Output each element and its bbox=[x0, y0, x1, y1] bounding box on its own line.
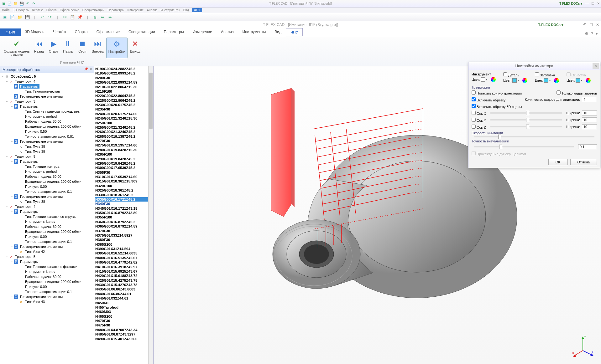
gcode-line[interactable]: N425G01X15.4275Z43.78 bbox=[95, 278, 152, 283]
gcode-line[interactable]: N475F30 bbox=[95, 323, 152, 327]
gcode-line[interactable]: N255G00X21.3246Z45.2 bbox=[95, 125, 152, 130]
gcode-line[interactable]: N420G01X15.6188Z43.72 bbox=[95, 274, 152, 278]
qat2-icon[interactable]: ⬅ bbox=[100, 14, 105, 20]
gcode-line[interactable]: N335G00X16.1721Z45.2 bbox=[95, 197, 152, 202]
tree-node[interactable]: −GГеометрические элементы bbox=[0, 244, 94, 249]
gcode-line[interactable]: N455Tprohod bbox=[95, 305, 152, 310]
gcode-line[interactable]: N390G01X31Z14.594 bbox=[95, 247, 152, 251]
gcode-line[interactable]: N460M03 bbox=[95, 310, 152, 314]
ribbon-tab[interactable]: Спецификации bbox=[124, 28, 159, 36]
gcode-line[interactable]: N285F100 bbox=[95, 152, 152, 156]
gcode-line[interactable]: N235F30 bbox=[95, 107, 152, 111]
tree-node[interactable]: Инструмент: kanav bbox=[0, 269, 94, 274]
tree-node[interactable]: Тип: Точение контура bbox=[0, 164, 94, 169]
minitab[interactable]: 3D Модель bbox=[13, 8, 29, 12]
ribbon-tab[interactable]: Сборка bbox=[71, 28, 92, 36]
gcode-line[interactable]: N385S200 bbox=[95, 242, 152, 247]
gcode-line[interactable]: N395G01X16.52Z14.6035 bbox=[95, 251, 152, 255]
gcode-line[interactable]: N300G00X17.6539Z45.2 bbox=[95, 166, 152, 170]
maximize-icon[interactable]: ☐ bbox=[591, 2, 594, 6]
gcode-line[interactable]: N345G01X16.1721Z43.18 bbox=[95, 206, 152, 211]
color-swatch-blank[interactable] bbox=[544, 78, 548, 83]
qat2-icon[interactable]: ✂ bbox=[62, 14, 68, 20]
qat2-icon[interactable]: 📋 bbox=[70, 14, 75, 20]
qat2-icon[interactable]: 📌 bbox=[77, 14, 83, 20]
tree-node[interactable]: PПараметры bbox=[0, 84, 94, 89]
ribbon-tab[interactable]: ЧПУ bbox=[286, 28, 303, 36]
ribbon-button[interactable]: ⏹Стоп bbox=[76, 38, 89, 58]
axis-y-slider[interactable] bbox=[490, 119, 562, 120]
qat2-icon[interactable]: 💾 bbox=[24, 14, 30, 20]
path-off-checkbox[interactable]: Погасить контур траектории bbox=[472, 90, 522, 95]
gcode-line[interactable]: N465S200 bbox=[95, 314, 152, 319]
tree-node[interactable]: Точность аппроксимации: 0.1 bbox=[0, 189, 94, 194]
ribbon-button[interactable]: ⏸Пауза bbox=[61, 38, 75, 58]
tree-node[interactable]: −↗Траектория5 bbox=[0, 154, 94, 159]
gcode-line[interactable]: N405G01X16.4779Z42.82 bbox=[95, 260, 152, 264]
gcode-line[interactable]: N380F30 bbox=[95, 238, 152, 242]
tree-node[interactable]: −GГеометрические элементы bbox=[0, 194, 94, 199]
tree-node[interactable]: Тип: Точение канавки с фасками bbox=[0, 264, 94, 269]
ribbon-button[interactable]: ✕Выход bbox=[128, 38, 142, 58]
arcs-checkbox[interactable]: Прохождение дуг окр. целиком bbox=[472, 151, 526, 156]
color-wheel-icon[interactable] bbox=[554, 78, 559, 83]
qat2-icon[interactable]: ↷ bbox=[47, 14, 53, 20]
gcode-line[interactable]: N340F30 bbox=[95, 202, 152, 206]
pin-icon[interactable]: 📌 bbox=[84, 67, 88, 71]
gcode-line[interactable]: N200F30 bbox=[95, 76, 152, 80]
gcode-line[interactable]: N270F30 bbox=[95, 139, 152, 143]
gcode-line[interactable]: N440G01X6.86Z44.61 bbox=[95, 292, 152, 296]
cancel-button[interactable]: Отмена bbox=[570, 159, 597, 165]
tree-node[interactable]: ✕Тип: Узел 42 bbox=[0, 249, 94, 254]
tree-node[interactable]: ↘Тип: Путь 38 bbox=[0, 199, 94, 204]
tree-node[interactable]: Вращение шпинделя: 200.00 об/ми bbox=[0, 279, 94, 284]
tree-node[interactable]: Припуск: 0.00 bbox=[0, 234, 94, 239]
tree-node[interactable]: Вращение шпинделя: 200.00 об/ми bbox=[0, 179, 94, 184]
gcode-line[interactable]: N400G01X16.5135Z42.67 bbox=[95, 256, 152, 260]
gcode-line[interactable]: N360G00X16.8792Z45.2 bbox=[95, 220, 152, 224]
gcode-line[interactable]: N490G01X15.401Z43.260 bbox=[95, 337, 152, 341]
scrollbar-thumb[interactable] bbox=[149, 73, 153, 129]
qat2-icon[interactable]: | bbox=[55, 14, 60, 20]
precision-input[interactable] bbox=[578, 144, 597, 149]
width-z-input[interactable] bbox=[582, 124, 597, 129]
dialog-close-icon[interactable]: ✕ bbox=[593, 63, 599, 69]
ribbon-tab[interactable]: Вид bbox=[270, 28, 286, 36]
tree-node[interactable]: −PПараметры bbox=[0, 259, 94, 264]
minitab[interactable]: Файл bbox=[2, 8, 10, 12]
color-swatch-detail[interactable] bbox=[512, 78, 517, 83]
tree-node[interactable]: Тип: Снятие припуска проход. рез. bbox=[0, 109, 94, 114]
tree-node[interactable]: Рабочая подача: 30.00 bbox=[0, 119, 94, 124]
qat-icon[interactable]: ▣ bbox=[1, 1, 6, 6]
qat2-icon[interactable]: | bbox=[32, 14, 38, 20]
qat2-icon[interactable]: 📁 bbox=[17, 14, 23, 20]
blank-checkbox[interactable]: Заготовка bbox=[535, 72, 565, 77]
file-tab[interactable]: Файл bbox=[0, 28, 21, 36]
gcode-line[interactable]: N215F100 bbox=[95, 89, 152, 94]
gcode-line[interactable]: N245G01X21.3246Z15.30 bbox=[95, 116, 152, 120]
collapse-icon[interactable]: ▾ bbox=[596, 31, 598, 36]
close-icon[interactable]: ✕ bbox=[596, 23, 599, 27]
gcode-line[interactable]: N415G01X15.6925Z43.67 bbox=[95, 269, 152, 274]
tree-node[interactable]: ↘Тип: Путь 38 bbox=[0, 144, 94, 149]
close-panel-icon[interactable]: ✕ bbox=[90, 67, 92, 71]
tree-node[interactable]: Припуск: 0.50 bbox=[0, 129, 94, 134]
tree-node[interactable]: −GГеометрические элементы bbox=[0, 139, 94, 144]
gcode-scrollbar[interactable] bbox=[148, 66, 153, 364]
close-icon[interactable]: ✕ bbox=[597, 2, 600, 6]
tree-body[interactable]: −⚙Обработка1 : 5−↗Траектория4PПараметрыТ… bbox=[0, 73, 94, 364]
tree-node[interactable]: Рабочая подача: 30.00 bbox=[0, 274, 94, 279]
gcode-line[interactable]: N350G01X16.8792Z43.89 bbox=[95, 211, 152, 215]
tree-node[interactable]: −⚙Обработка1 : 5 bbox=[0, 74, 94, 79]
qat-icon[interactable]: 💾 bbox=[19, 1, 24, 6]
tree-node[interactable]: −PПараметры bbox=[0, 209, 94, 214]
gcode-line[interactable]: N430G01X15.4276Z43.78 bbox=[95, 283, 152, 287]
tree-node[interactable]: Вращение шпинделя: 200.00 об/ми bbox=[0, 124, 94, 129]
docs-badge[interactable]: T-FLEX DOCs ▾ bbox=[559, 2, 582, 5]
gcode-line[interactable]: N325G00X18.361Z45.2 bbox=[95, 188, 152, 192]
frames-input[interactable] bbox=[582, 97, 597, 102]
ribbon-tab[interactable]: Анализ bbox=[217, 28, 238, 36]
gcode-line[interactable]: N225G00X22.8064Z45.2 bbox=[95, 98, 152, 103]
minitab[interactable]: Оформление bbox=[60, 8, 79, 12]
ribbon-tab[interactable]: Инструменты bbox=[238, 28, 270, 36]
